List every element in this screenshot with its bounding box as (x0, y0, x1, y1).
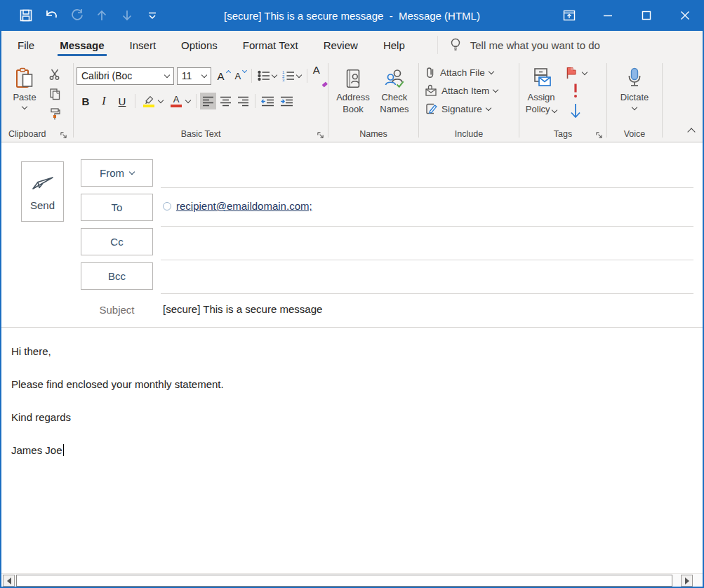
align-left-icon (202, 95, 214, 107)
maximize-button[interactable] (627, 0, 665, 31)
align-left-button[interactable] (200, 93, 216, 109)
numbering-icon: 1 2 3 (282, 70, 295, 81)
shrink-font-button[interactable]: A (233, 67, 248, 84)
tab-options[interactable]: Options (179, 31, 220, 59)
highlight-button[interactable] (139, 93, 165, 109)
assign-policy-button[interactable]: Assign Policy (522, 65, 560, 121)
clipboard-dialog-launcher[interactable] (60, 131, 67, 139)
minimize-button[interactable] (588, 0, 627, 31)
address-book-button[interactable]: Address Book (333, 65, 373, 116)
attach-file-icon (425, 66, 436, 79)
horizontal-scrollbar[interactable] (1, 573, 703, 587)
move-down-button[interactable] (119, 8, 135, 23)
clear-formatting-button[interactable]: A (311, 67, 325, 84)
move-up-button[interactable] (94, 8, 109, 23)
high-importance-button[interactable] (569, 81, 583, 100)
copy-button[interactable] (46, 86, 63, 102)
divider (307, 69, 307, 83)
send-icon (31, 173, 55, 191)
paste-button[interactable]: Paste (6, 65, 44, 122)
close-button[interactable] (665, 0, 704, 31)
scrollbar-thumb[interactable] (16, 575, 672, 587)
body-line: Please find enclosed your monthly statem… (11, 377, 689, 392)
tab-message[interactable]: Message (58, 31, 106, 59)
save-button[interactable] (18, 8, 34, 23)
redo-icon (69, 8, 84, 23)
cc-button[interactable]: Cc (81, 228, 153, 255)
basic-text-dialog-launcher[interactable] (317, 131, 324, 139)
signature-label: Signature (441, 104, 482, 114)
tab-file[interactable]: File (15, 31, 36, 59)
message-body[interactable]: Hi there, Please find enclosed your mont… (11, 345, 689, 476)
to-button[interactable]: To (81, 194, 153, 221)
signature-button[interactable]: Signature (422, 100, 516, 118)
bcc-label: Bcc (108, 270, 126, 282)
voice-group: Dictate Voice (607, 59, 662, 142)
recipient-address[interactable]: recipient@emaildomain.com; (176, 200, 312, 212)
to-field-line (161, 226, 693, 227)
format-painter-button[interactable] (46, 105, 63, 122)
to-field[interactable]: recipient@emaildomain.com; (163, 200, 312, 212)
assign-policy-label-line1: Assign (527, 91, 554, 103)
scroll-left-button[interactable] (3, 575, 15, 587)
cut-button[interactable] (46, 66, 63, 83)
from-field-line (161, 187, 693, 188)
basic-text-group-label: Basic Text (74, 129, 328, 139)
font-name-combo[interactable]: Calibri (Boc (77, 67, 174, 85)
font-size-value: 11 (182, 70, 192, 81)
align-center-button[interactable] (218, 93, 234, 109)
ribbon-tab-row: File Message Insert Options Format Text … (1, 31, 703, 59)
font-color-glyph: A (173, 95, 180, 104)
numbering-button[interactable]: 1 2 3 (280, 67, 303, 84)
check-names-button[interactable]: Check Names (376, 65, 413, 116)
body-line: Hi there, (11, 345, 689, 359)
low-importance-button[interactable] (566, 101, 585, 121)
body-line: James Joe (11, 443, 689, 457)
dictate-button[interactable]: Dictate (616, 65, 653, 111)
bullets-button[interactable] (255, 67, 279, 84)
ribbon-display-options-button[interactable] (550, 0, 588, 31)
tab-review[interactable]: Review (321, 31, 360, 59)
undo-button[interactable] (44, 8, 59, 23)
group-separator (662, 63, 663, 138)
scroll-right-button[interactable] (681, 575, 693, 587)
tab-help[interactable]: Help (381, 31, 407, 59)
cc-field-line (161, 260, 693, 260)
from-button[interactable]: From (81, 159, 153, 187)
attach-item-button[interactable]: Attach Item (422, 81, 516, 100)
follow-up-button[interactable] (564, 66, 587, 80)
decrease-indent-button[interactable] (259, 93, 277, 109)
font-color-button[interactable]: A (166, 93, 192, 109)
align-center-icon (220, 95, 232, 107)
align-right-button[interactable] (235, 93, 251, 109)
tell-me-box[interactable]: Tell me what you want to do (437, 36, 600, 54)
to-label: To (112, 201, 123, 213)
tags-dialog-launcher[interactable] (595, 131, 603, 139)
bold-button[interactable]: B (77, 93, 95, 109)
italic-button[interactable]: I (96, 93, 112, 109)
grow-font-button[interactable]: A (215, 67, 232, 84)
minimize-icon (602, 10, 613, 21)
attach-item-label: Attach Item (441, 86, 489, 96)
customize-qat-button[interactable] (145, 8, 160, 23)
clear-formatting-eraser-icon (321, 81, 328, 88)
title-bar: [secure] This is a secure message - Mess… (0, 0, 704, 31)
divider (251, 69, 252, 83)
tab-format-text[interactable]: Format Text (241, 31, 300, 59)
redo-button[interactable] (69, 8, 84, 23)
tab-insert[interactable]: Insert (128, 31, 159, 59)
subject-field[interactable]: [secure] This is a secure message (163, 303, 322, 315)
from-label: From (100, 167, 124, 179)
bcc-button[interactable]: Bcc (81, 262, 153, 290)
format-painter-icon (48, 107, 61, 120)
font-size-combo[interactable]: 11 (177, 67, 211, 85)
attach-file-button[interactable]: Attach File (422, 63, 516, 81)
send-button[interactable]: Send (21, 161, 64, 222)
collapse-ribbon-button[interactable] (689, 125, 694, 138)
tags-group-label: Tags (519, 129, 606, 139)
increase-indent-button[interactable] (278, 93, 295, 109)
subject-label: Subject (81, 304, 153, 316)
names-group: Address Book Check Names (328, 59, 418, 142)
underline-button[interactable]: U (113, 93, 131, 109)
divider (255, 94, 255, 108)
